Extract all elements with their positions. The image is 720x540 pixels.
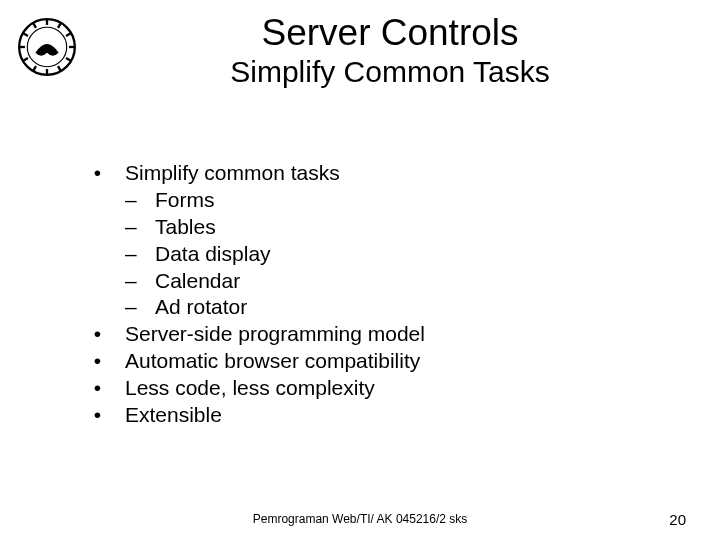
slide-body: • Simplify common tasks – Forms – Tables… (70, 160, 670, 429)
sub-bullet-text: Calendar (155, 268, 670, 295)
bullet-item: • Simplify common tasks (70, 160, 670, 187)
dash-icon: – (125, 187, 155, 214)
bullet-text: Extensible (125, 402, 670, 429)
sub-bullet-item: – Tables (70, 214, 670, 241)
bullet-dot-icon: • (70, 160, 125, 187)
footer-text: Pemrograman Web/TI/ AK 045216/2 sks (0, 512, 720, 526)
sub-bullet-item: – Ad rotator (70, 294, 670, 321)
bullet-dot-icon: • (70, 348, 125, 375)
title-block: Server Controls Simplify Common Tasks (0, 14, 720, 88)
bullet-item: • Less code, less complexity (70, 375, 670, 402)
bullet-dot-icon: • (70, 375, 125, 402)
dash-icon: – (125, 241, 155, 268)
bullet-item: • Server-side programming model (70, 321, 670, 348)
bullet-text: Automatic browser compatibility (125, 348, 670, 375)
sub-bullet-text: Data display (155, 241, 670, 268)
slide-title: Server Controls (60, 14, 720, 53)
sub-bullet-text: Ad rotator (155, 294, 670, 321)
dash-icon: – (125, 214, 155, 241)
sub-bullet-item: – Forms (70, 187, 670, 214)
bullet-item: • Automatic browser compatibility (70, 348, 670, 375)
sub-bullet-item: – Data display (70, 241, 670, 268)
page-number: 20 (669, 511, 686, 528)
bullet-text: Less code, less complexity (125, 375, 670, 402)
bullet-item: • Extensible (70, 402, 670, 429)
sub-bullet-item: – Calendar (70, 268, 670, 295)
bullet-dot-icon: • (70, 321, 125, 348)
slide-subtitle: Simplify Common Tasks (60, 55, 720, 88)
slide: Server Controls Simplify Common Tasks • … (0, 0, 720, 540)
bullet-text: Server-side programming model (125, 321, 670, 348)
bullet-text: Simplify common tasks (125, 160, 670, 187)
sub-bullet-text: Tables (155, 214, 670, 241)
dash-icon: – (125, 294, 155, 321)
sub-bullet-text: Forms (155, 187, 670, 214)
bullet-dot-icon: • (70, 402, 125, 429)
dash-icon: – (125, 268, 155, 295)
